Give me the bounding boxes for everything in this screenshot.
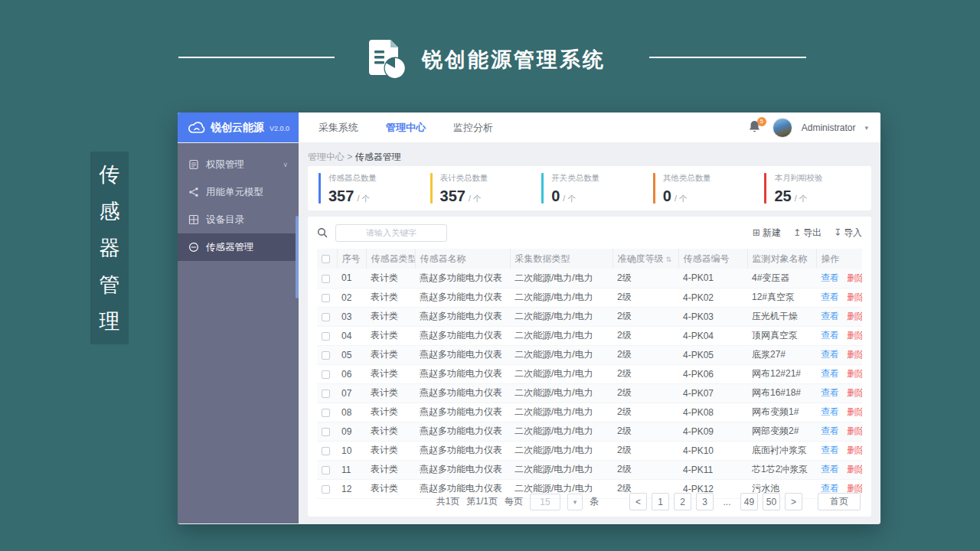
sidebar-item-sensor-management[interactable]: 传感器管理 xyxy=(178,233,299,261)
notification-bell-icon[interactable]: 5 xyxy=(748,119,763,136)
sort-icon[interactable]: ⇅ xyxy=(666,256,672,263)
stat-card: 传感器总数量 357/ 个 xyxy=(318,173,415,204)
view-link[interactable]: 查看 xyxy=(821,368,839,379)
page-button[interactable]: 3 xyxy=(696,493,714,510)
stat-value: 0/ 个 xyxy=(663,188,711,204)
cell-accuracy: 2级 xyxy=(612,383,678,403)
view-link[interactable]: 查看 xyxy=(821,272,839,283)
delete-link[interactable]: 删除 xyxy=(847,445,862,455)
view-link[interactable]: 查看 xyxy=(821,483,839,494)
main-content: 管理中心 > 传感器管理 传感器总数量 357/ 个 xyxy=(299,143,880,523)
stat-value: 357/ 个 xyxy=(328,188,377,204)
view-link[interactable]: 查看 xyxy=(821,292,839,302)
delete-link[interactable]: 删除 xyxy=(847,292,862,302)
top-navbar: 锐创云能源 V2.0.0 采集系统 管理中心 监控分析 5 Administra… xyxy=(178,112,880,143)
cell-code: 4-PK08 xyxy=(678,403,747,422)
row-checkbox[interactable] xyxy=(322,332,330,341)
delete-link[interactable]: 删除 xyxy=(847,464,862,474)
per-page-caret-icon[interactable]: ▾ xyxy=(567,494,583,510)
cell-accuracy: 2级 xyxy=(612,288,678,307)
stat-label: 其他类总数量 xyxy=(663,173,711,184)
pagination: 共1页 第1/1页 每页 15 ▾ 条 < 1 xyxy=(317,493,861,510)
cell-code: 4-PK10 xyxy=(678,441,747,460)
row-checkbox[interactable] xyxy=(322,466,330,474)
page-buttons: 1 2 3 ... 49 50 xyxy=(652,493,780,510)
user-menu-caret-icon[interactable]: ▾ xyxy=(864,124,868,132)
cell-no: 05 xyxy=(337,345,366,364)
row-checkbox[interactable] xyxy=(322,370,330,379)
next-page-button[interactable]: > xyxy=(785,493,802,510)
breadcrumb-parent[interactable]: 管理中心 xyxy=(308,152,345,162)
import-button[interactable]: ↧ 导入 xyxy=(834,227,862,240)
page-button[interactable]: 1 xyxy=(652,493,669,510)
view-link[interactable]: 查看 xyxy=(821,445,839,455)
delete-link[interactable]: 删除 xyxy=(847,368,862,379)
cell-no: 06 xyxy=(337,364,366,383)
delete-link[interactable]: 删除 xyxy=(847,387,862,398)
table-card: ⊞ 新建 ↥ 导出 ↧ 导入 xyxy=(308,217,871,517)
sidebar-item-energy-unit-model[interactable]: 用能单元模型 xyxy=(178,178,299,206)
sidebar-item-device-catalog[interactable]: 设备目录 xyxy=(178,206,299,233)
cell-accuracy: 2级 xyxy=(612,422,678,441)
table-row: 11 表计类 燕赵多功能电力仪表 二次能源/电力/电力 2级 4-PK11 芯1… xyxy=(317,460,862,479)
nav-item-management[interactable]: 管理中心 xyxy=(386,121,426,135)
cell-datatype: 二次能源/电力/电力 xyxy=(510,326,612,345)
side-label-char: 传 xyxy=(100,161,120,188)
cell-name: 燕赵多功能电力仪表 xyxy=(415,364,510,383)
delete-link[interactable]: 删除 xyxy=(847,330,862,341)
delete-link[interactable]: 删除 xyxy=(847,272,862,283)
row-checkbox[interactable] xyxy=(322,351,330,360)
col-header-accuracy[interactable]: 准确度等级⇅ xyxy=(612,249,678,269)
prev-page-button[interactable]: < xyxy=(629,493,647,510)
select-all-checkbox[interactable] xyxy=(322,255,330,263)
app-logo[interactable]: 锐创云能源 V2.0.0 xyxy=(178,112,299,142)
sidebar-item-permissions[interactable]: 权限管理 ∨ xyxy=(178,151,299,178)
page-button[interactable]: 2 xyxy=(674,493,691,510)
row-checkbox[interactable] xyxy=(322,313,330,321)
table-row: 06 表计类 燕赵多功能电力仪表 二次能源/电力/电力 2级 4-PK06 网布… xyxy=(317,364,862,383)
row-checkbox[interactable] xyxy=(322,409,330,417)
user-avatar[interactable] xyxy=(773,118,792,138)
new-button[interactable]: ⊞ 新建 xyxy=(753,227,781,240)
delete-link[interactable]: 删除 xyxy=(847,483,862,494)
row-checkbox[interactable] xyxy=(322,447,330,455)
delete-link[interactable]: 删除 xyxy=(847,349,862,360)
row-checkbox[interactable] xyxy=(322,294,330,302)
cell-code: 4-PK05 xyxy=(678,345,747,364)
cell-object: 4#变压器 xyxy=(747,269,816,288)
stat-unit: / 个 xyxy=(469,194,481,203)
view-link[interactable]: 查看 xyxy=(821,349,839,360)
stat-value: 25/ 个 xyxy=(774,188,822,204)
row-checkbox[interactable] xyxy=(322,390,330,398)
breadcrumb-current: 传感器管理 xyxy=(355,152,401,162)
cell-no: 10 xyxy=(337,441,366,460)
page-button[interactable]: 49 xyxy=(740,493,758,510)
export-button-label: 导出 xyxy=(803,227,822,240)
view-link[interactable]: 查看 xyxy=(821,387,839,398)
nav-item-monitoring[interactable]: 监控分析 xyxy=(453,121,493,135)
row-checkbox[interactable] xyxy=(322,275,330,283)
cell-type: 表计类 xyxy=(366,422,415,441)
view-link[interactable]: 查看 xyxy=(821,330,839,341)
stat-unit: / 个 xyxy=(563,194,575,203)
page-button[interactable]: ... xyxy=(718,493,736,510)
view-link[interactable]: 查看 xyxy=(821,311,839,321)
cell-name: 燕赵多功能电力仪表 xyxy=(415,403,510,422)
search-input[interactable] xyxy=(335,224,447,242)
nav-item-collection[interactable]: 采集系统 xyxy=(318,121,358,135)
first-page-button[interactable]: 首页 xyxy=(818,493,861,510)
delete-link[interactable]: 删除 xyxy=(847,406,862,417)
cell-no: 04 xyxy=(337,326,366,345)
delete-link[interactable]: 删除 xyxy=(847,311,862,321)
view-link[interactable]: 查看 xyxy=(821,406,839,417)
view-link[interactable]: 查看 xyxy=(821,425,839,436)
view-link[interactable]: 查看 xyxy=(821,464,839,474)
delete-link[interactable]: 删除 xyxy=(847,425,862,436)
cell-type: 表计类 xyxy=(366,326,415,345)
row-checkbox[interactable] xyxy=(322,428,330,436)
export-button[interactable]: ↥ 导出 xyxy=(793,227,822,240)
page-button[interactable]: 50 xyxy=(763,493,780,510)
per-page-value[interactable]: 15 xyxy=(530,494,560,510)
col-header-type[interactable]: 传感器类型▼ xyxy=(366,249,415,269)
plus-square-icon: ⊞ xyxy=(753,227,760,238)
